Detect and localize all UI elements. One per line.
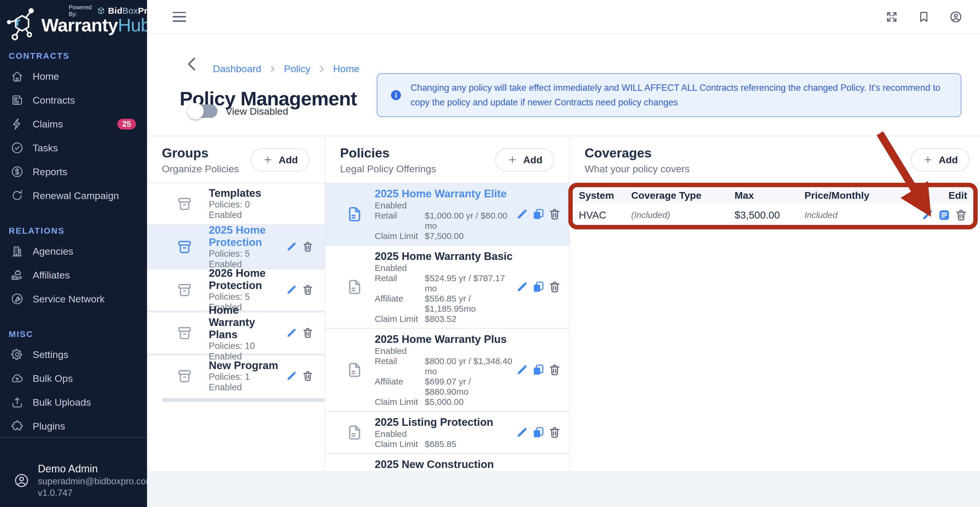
meta-label: Claim Limit — [375, 231, 425, 241]
coverage-log-icon[interactable] — [938, 209, 951, 221]
meta-label: Claim Limit — [375, 314, 425, 324]
breadcrumb-home[interactable]: Home — [333, 63, 360, 75]
account-icon[interactable] — [949, 10, 963, 24]
sidebar-item-settings[interactable]: Settings — [0, 343, 147, 366]
sidebar-item-contracts[interactable]: Contracts — [0, 88, 147, 112]
group-row-templates[interactable]: Templates Policies: 0 Enabled — [147, 183, 325, 224]
edit-policy-icon[interactable] — [515, 364, 528, 376]
chevron-right-icon — [268, 65, 277, 73]
policy-name: 2025 New Construction — [375, 458, 515, 471]
group-policies-count: Policies: 10 — [209, 341, 286, 351]
service-network-icon — [11, 292, 24, 305]
page-header: Dashboard Policy Home Policy Management … — [147, 35, 980, 136]
delete-policy-icon[interactable] — [548, 364, 561, 376]
policies-subtitle: Legal Policy Offerings — [340, 163, 436, 175]
policies-panel: Policies Legal Policy Offerings Add 2025… — [325, 137, 570, 471]
delete-group-icon[interactable] — [302, 241, 313, 253]
group-box-icon — [176, 281, 193, 298]
sidebar-item-label: Reports — [33, 166, 67, 178]
meta-value: $5,000.00 — [425, 397, 515, 407]
sidebar-item-label: Contracts — [33, 95, 75, 106]
group-name: 2026 Home Protection — [209, 267, 286, 292]
sidebar-item-bulk-uploads[interactable]: Bulk Uploads — [0, 390, 147, 414]
group-policies-count: Policies: 5 — [209, 292, 286, 302]
delete-group-icon[interactable] — [302, 284, 313, 296]
copy-policy-icon[interactable] — [532, 281, 545, 293]
edit-group-icon[interactable] — [286, 241, 297, 253]
meta-value: $7,500.00 — [425, 231, 515, 241]
group-box-icon — [176, 238, 193, 255]
sidebar-item-affiliates[interactable]: Affiliates — [0, 263, 147, 287]
delete-group-icon[interactable] — [302, 327, 313, 339]
group-box-icon — [176, 367, 193, 385]
breadcrumb-policy[interactable]: Policy — [284, 63, 310, 75]
bookmark-icon[interactable] — [917, 10, 931, 24]
meta-label: Affiliate — [375, 376, 425, 397]
view-disabled-toggle[interactable] — [188, 105, 218, 118]
copy-policy-icon[interactable] — [532, 364, 545, 376]
contracts-icon — [11, 94, 24, 107]
policy-name: 2025 Home Warranty Elite — [375, 188, 515, 200]
delete-policy-icon[interactable] — [548, 426, 561, 439]
sidebar-item-service-network[interactable]: Service Network — [0, 287, 147, 311]
edit-coverage-icon[interactable] — [921, 209, 934, 221]
group-row-new-program[interactable]: New Program Policies: 1 Enabled — [147, 356, 325, 396]
policy-row-2025-home-warranty-basic[interactable]: 2025 Home Warranty Basic Enabled Retail$… — [325, 246, 569, 328]
policy-name: 2025 Home Warranty Basic — [375, 250, 515, 263]
app-root: Powered By: BidBoxPro WarrantyHub CONTRA… — [0, 0, 980, 507]
sidebar-item-bulk-ops[interactable]: Bulk Ops — [0, 366, 147, 390]
edit-policy-icon[interactable] — [515, 208, 528, 221]
logo-area: Powered By: BidBoxPro WarrantyHub — [0, 0, 147, 46]
add-policy-button[interactable]: Add — [495, 148, 554, 172]
policy-row-2025-listing-protection[interactable]: 2025 Listing Protection Enabled Claim Li… — [325, 412, 569, 453]
add-group-button[interactable]: Add — [251, 148, 310, 172]
delete-group-icon[interactable] — [302, 370, 313, 382]
policy-document-icon — [345, 423, 364, 442]
tasks-icon — [11, 141, 24, 154]
user-name: Demo Admin — [38, 462, 153, 475]
edit-policy-icon[interactable] — [515, 426, 528, 439]
policy-warning-alert: Changing any policy will take effect imm… — [377, 73, 961, 117]
sidebar-item-claims[interactable]: Claims 25 — [0, 112, 147, 136]
delete-coverage-icon[interactable] — [955, 209, 967, 221]
groups-scrollbar[interactable] — [162, 398, 325, 402]
warrantyhub-logo-icon — [4, 6, 39, 41]
edit-policy-icon[interactable] — [515, 281, 528, 293]
sidebar-item-renewal-campaign[interactable]: Renewal Campaign — [0, 184, 147, 208]
sidebar-item-tasks[interactable]: Tasks — [0, 136, 147, 160]
edit-group-icon[interactable] — [286, 327, 297, 339]
section-label-relations: RELATIONS — [9, 226, 147, 236]
sidebar-item-plugins[interactable]: Plugins — [0, 414, 147, 438]
meta-label: Claim Limit — [375, 397, 425, 407]
sidebar-item-agencies[interactable]: Agencies — [0, 239, 147, 263]
sidebar-item-reports[interactable]: Reports — [0, 160, 147, 184]
group-row-home-warranty-plans[interactable]: Home Warranty Plans Policies: 10 Enabled — [147, 313, 325, 353]
add-coverage-button[interactable]: Add — [911, 148, 969, 172]
policy-name: 2025 Home Warranty Plus — [375, 333, 515, 346]
alert-text: Changing any policy will take effect imm… — [410, 81, 948, 110]
groups-header: Groups Organize Policies Add — [147, 137, 325, 183]
delete-policy-icon[interactable] — [548, 281, 561, 293]
col-header-edit: Edit — [921, 190, 967, 201]
edit-group-icon[interactable] — [286, 284, 297, 296]
breadcrumb-dashboard[interactable]: Dashboard — [213, 63, 261, 75]
section-label-misc: MISC — [9, 329, 147, 339]
policy-row-2025-home-warranty-plus[interactable]: 2025 Home Warranty Plus Enabled Retail$8… — [325, 329, 569, 411]
group-row-2025-home-protection[interactable]: 2025 Home Protection Policies: 5 Enabled — [147, 226, 325, 267]
policy-row-2025-home-warranty-elite[interactable]: 2025 Home Warranty Elite Enabled Retail$… — [325, 183, 569, 245]
copy-policy-icon[interactable] — [532, 426, 545, 439]
coverages-table-header: System Coverage Type Max Price/Monthly E… — [573, 188, 974, 203]
meta-label: Retail — [375, 273, 425, 293]
sidebar-item-label: Affiliates — [33, 270, 70, 281]
col-header-max: Max — [735, 190, 805, 201]
delete-policy-icon[interactable] — [548, 208, 561, 221]
sidebar-item-home[interactable]: Home — [0, 64, 147, 88]
copy-policy-icon[interactable] — [532, 208, 545, 221]
back-chevron-icon[interactable] — [183, 54, 201, 74]
sidebar-item-label: Agencies — [33, 246, 73, 257]
settings-icon — [11, 348, 24, 361]
edit-group-icon[interactable] — [286, 370, 297, 382]
fullscreen-icon[interactable] — [885, 10, 899, 24]
menu-toggle-icon[interactable] — [173, 12, 186, 22]
sidebar-user[interactable]: Demo Admin superadmin@bidboxpro.com v1.0… — [0, 437, 147, 507]
